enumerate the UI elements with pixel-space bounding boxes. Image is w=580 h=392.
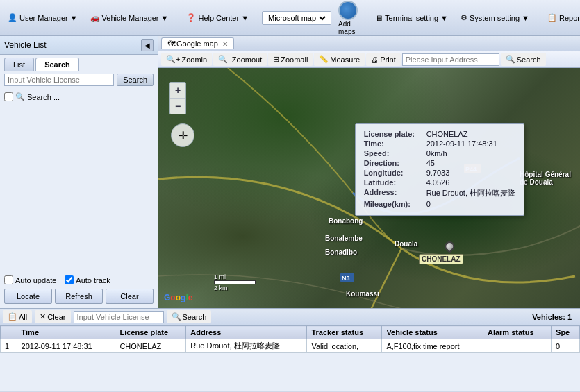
map-select-dropdown[interactable]: Microsoft map Google map: [265, 13, 328, 23]
col-alarm: Alarm status: [483, 326, 551, 339]
data-table: Time License plate Address Tracker statu…: [0, 325, 580, 391]
time-value: 2012-09-11 17:48:31: [426, 139, 497, 148]
scale-label-top: 1 mi: [214, 273, 256, 280]
col-vehicle-status: Vehicle status: [382, 326, 483, 339]
measure-button[interactable]: 📏 Measure: [314, 53, 365, 66]
zoomout-icon: 🔍-: [218, 55, 231, 64]
map-search-icon: 🔍: [506, 55, 515, 64]
bottom-panel: 📋 All ✕ Clear 🔍 Search Vehicles: 1 Time …: [0, 308, 580, 391]
info-address-row: Address: Rue Drouot, 杜阿拉喀麦隆: [364, 188, 515, 198]
info-time-row: Time: 2012-09-11 17:48:31: [364, 139, 515, 148]
dropdown-icon: ▼: [440, 14, 448, 22]
tree-item-checkbox[interactable]: [4, 92, 13, 101]
bottom-controls: Auto update Auto track Locate Refresh Cl…: [0, 271, 158, 308]
map-tabs: 🗺 Google map ✕: [158, 36, 580, 51]
globe-icon: [338, 1, 358, 20]
auto-update-label[interactable]: Auto update: [4, 275, 56, 284]
help-center-menu[interactable]: ❓ Help Center ▼: [181, 11, 254, 24]
info-license-row: License plate: CHONELAZ: [364, 130, 515, 138]
vehicles-count: Vehicles: 1: [527, 312, 577, 323]
dropdown-icon: ▼: [161, 14, 169, 22]
refresh-button[interactable]: Refresh: [55, 289, 103, 304]
tab-search[interactable]: Search: [35, 58, 79, 71]
zoom-out-button[interactable]: −: [170, 99, 185, 114]
map-viewport[interactable]: N3 P44 Besseke Bonabong Bonalembe Bonadi…: [158, 68, 580, 308]
address-input[interactable]: [402, 53, 499, 66]
system-setting-menu[interactable]: ⚙ System setting ▼: [456, 11, 534, 24]
zoomall-button[interactable]: ⊞ Zoomall: [268, 53, 313, 66]
cell-time: 2012-09-11 17:48:31: [17, 339, 115, 353]
left-panel: Vehicle List ◀ List Search Search 🔍 Sear…: [0, 36, 158, 308]
info-latitude-row: Latitude: 4.0526: [364, 178, 515, 187]
user-icon: 👤: [8, 13, 17, 22]
zoomout-button[interactable]: 🔍- Zoomout: [213, 53, 267, 66]
scale-label-bottom: 2 km: [214, 284, 256, 291]
direction-label: Direction:: [364, 159, 426, 167]
tree-item-label: Search ...: [27, 93, 60, 101]
search-tab-label: Search: [44, 60, 70, 69]
zoomin-button[interactable]: 🔍+ Zoomin: [161, 53, 212, 66]
col-speed: Spe: [552, 326, 580, 339]
info-direction-row: Direction: 45: [364, 159, 515, 167]
tab-list[interactable]: List: [4, 58, 34, 71]
auto-track-checkbox[interactable]: [65, 275, 74, 284]
col-license: License plate: [115, 326, 186, 339]
locate-button[interactable]: Locate: [4, 289, 52, 304]
vehicle-manager-label: Vehicle Manager: [102, 14, 159, 22]
cell-vehicle-status: A,F100,fix time report: [382, 339, 483, 353]
user-manager-menu[interactable]: 👤 User Manager ▼: [3, 11, 83, 24]
license-label: License plate:: [364, 130, 426, 138]
left-search-button[interactable]: Search: [117, 74, 154, 86]
clear-button[interactable]: Clear: [106, 289, 154, 304]
cell-tracker-status: Valid location,: [307, 339, 382, 353]
terminal-setting-label: Terminal setting: [385, 14, 438, 22]
map-tab-icon: 🗺: [167, 40, 175, 48]
map-area: 🗺 Google map ✕ 🔍+ Zoomin 🔍- Zoomout ⊞ Zo…: [158, 36, 580, 308]
map-select-container[interactable]: Microsoft map Google map: [262, 11, 331, 25]
speed-value: 0km/h: [426, 149, 447, 157]
tree-item[interactable]: 🔍 Search ...: [4, 92, 154, 102]
bottom-search-input[interactable]: [74, 311, 164, 323]
all-button[interactable]: 📋 All: [3, 310, 32, 323]
info-longitude-row: Longitude: 9.7033: [364, 169, 515, 177]
print-icon: 🖨: [371, 56, 379, 64]
zoom-in-button[interactable]: +: [170, 83, 185, 99]
all-icon: 📋: [8, 312, 17, 321]
address-value: Rue Drouot, 杜阿拉喀麦隆: [426, 188, 515, 198]
dropdown-icon: ▼: [522, 14, 529, 22]
tree-item-icon: 🔍: [15, 92, 25, 101]
cell-address: Rue Drouot, 杜阿拉喀麦隆: [186, 339, 307, 353]
search-row: Search: [0, 71, 158, 89]
cell-num: 1: [1, 339, 17, 353]
print-button[interactable]: 🖨 Print: [366, 53, 401, 66]
auto-track-label[interactable]: Auto track: [65, 275, 110, 284]
latitude-label: Latitude:: [364, 178, 426, 187]
dropdown-icon: ▼: [70, 14, 78, 22]
results-table: Time License plate Address Tracker statu…: [0, 325, 580, 353]
cell-speed: 0: [552, 339, 580, 353]
system-setting-label: System setting: [470, 14, 520, 22]
measure-icon: 📏: [319, 55, 329, 64]
bottom-toolbar: 📋 All ✕ Clear 🔍 Search Vehicles: 1: [0, 309, 580, 325]
auto-update-checkbox[interactable]: [4, 275, 13, 284]
user-manager-label: User Manager: [19, 14, 68, 22]
map-search-button[interactable]: 🔍 Search: [501, 53, 546, 66]
compass[interactable]: ✛: [171, 123, 194, 147]
terminal-setting-menu[interactable]: 🖥 Terminal setting ▼: [370, 12, 453, 24]
zoom-controls[interactable]: + −: [169, 82, 186, 114]
google-map-tab[interactable]: 🗺 Google map ✕: [161, 37, 234, 49]
speed-label: Speed:: [364, 149, 426, 157]
bottom-search-button[interactable]: 🔍 Search: [167, 310, 212, 323]
vehicle-manager-menu[interactable]: 🚗 Vehicle Manager ▼: [85, 11, 174, 24]
settings-icon: ⚙: [461, 13, 467, 22]
vehicle-license-input[interactable]: [4, 74, 114, 86]
collapse-button[interactable]: ◀: [141, 39, 154, 51]
bottom-clear-button[interactable]: ✕ Clear: [35, 310, 70, 323]
cell-alarm-status: [483, 339, 551, 353]
report-center-menu[interactable]: 📋 Report Center ▼: [542, 11, 580, 24]
table-row[interactable]: 1 2012-09-11 17:48:31 CHONELAZ Rue Drouo…: [1, 339, 580, 353]
add-maps-button[interactable]: Add maps: [334, 0, 362, 37]
vehicle-map-label: CHONELAZ: [419, 254, 463, 264]
close-tab-icon[interactable]: ✕: [222, 40, 228, 48]
google-logo: Google: [164, 293, 192, 302]
